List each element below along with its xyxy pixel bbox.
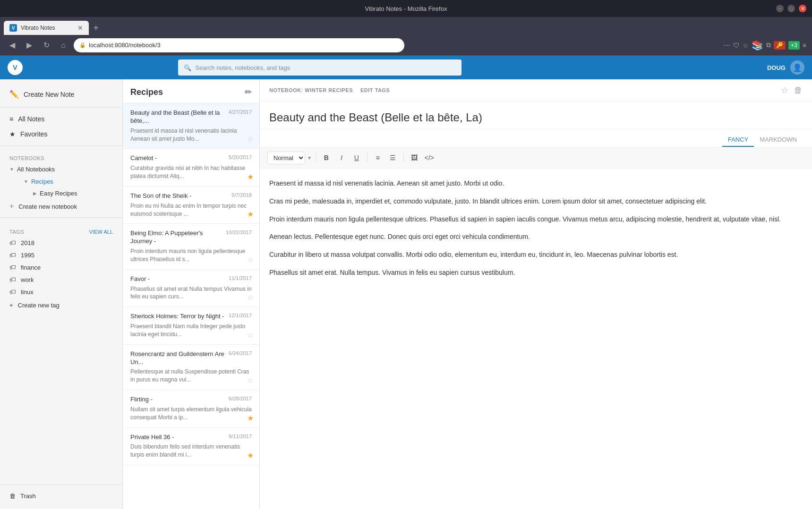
note-item-2[interactable]: The Son of the Sheik - 5/7/2018 Proin eu… [123, 187, 259, 224]
browser-title: Vibrato Notes - Mozilla Firefox [365, 5, 447, 12]
lock-icon: 🔒 [79, 42, 86, 48]
note-title-area: Beauty and the Beast (Belle et la bête, … [260, 102, 812, 129]
note-item-header-1: Camelot - 5/20/2017 [130, 154, 252, 162]
note-main-title[interactable]: Beauty and the Beast (Belle et la bête, … [269, 111, 803, 124]
note-date-4: 11/1/2017 [229, 275, 252, 281]
reload-button[interactable]: ↻ [40, 39, 53, 52]
tag-item-finance[interactable]: 🏷 finance [0, 261, 122, 273]
tab-close-button[interactable]: ✕ [77, 24, 83, 32]
nav-library-icon[interactable]: 📚 [752, 40, 763, 51]
nav-sync-icon[interactable]: ⧉ [766, 41, 771, 49]
delete-note-icon[interactable]: 🗑 [794, 85, 803, 95]
sidebar-divider-4 [0, 484, 122, 485]
editor-actions: ☆ 🗑 [781, 85, 803, 95]
bold-button[interactable]: B [320, 151, 333, 164]
search-icon: 🔍 [184, 64, 191, 71]
tag-item-2018[interactable]: 🏷 2018 [0, 237, 122, 249]
editor-paragraph-4: Curabitur in libero ut massa volutpat co… [269, 249, 803, 261]
editor-content[interactable]: Praesent id massa id nisl venenatis laci… [260, 169, 812, 509]
editor-format-bar: Normal ▼ B I U ≡ ☰ 🖼 </> [260, 147, 812, 169]
browser-window: Vibrato Notes - Mozilla Firefox − □ ✕ V … [0, 0, 812, 509]
new-tab-button[interactable]: + [89, 21, 103, 35]
forward-button[interactable]: ▶ [23, 39, 36, 52]
note-item-6[interactable]: Rosencrantz and Guildenstern Are Un... 6… [123, 345, 259, 390]
search-bar[interactable]: 🔍 Search notes, notebooks, and tags [178, 59, 462, 76]
note-item-0[interactable]: Beauty and the Beast (Belle et la bête,.… [123, 103, 259, 149]
note-star-3[interactable]: ☆ [247, 255, 254, 264]
minimize-button[interactable]: − [776, 5, 784, 12]
close-button[interactable]: ✕ [799, 5, 806, 12]
note-star-8[interactable]: ★ [247, 451, 254, 460]
address-bar[interactable]: 🔒 localhost:8080/notebook/3 [74, 38, 404, 52]
create-notebook-button[interactable]: + Create new notebook [0, 199, 122, 213]
ordered-list-button[interactable]: ≡ [371, 151, 385, 164]
note-preview-5: Praesent blandit Nam nulla Integer pede … [130, 322, 252, 339]
note-item-1[interactable]: Camelot - 5/20/2017 Curabitur gravida ni… [123, 149, 259, 186]
trash-icon: 🗑 [9, 492, 16, 500]
notebook-item-easy-recipes[interactable]: ▶ Easy Recipes [0, 187, 122, 199]
note-star-0[interactable]: ☆ [247, 135, 254, 144]
tag-item-1995[interactable]: 🏷 1995 [0, 249, 122, 261]
code-button[interactable]: </> [423, 151, 436, 164]
note-item-5[interactable]: Sherlock Holmes: Terror by Night - 12/1/… [123, 307, 259, 344]
user-avatar[interactable]: 👤 [790, 60, 804, 75]
sidebar-item-all-notes[interactable]: ≡ All Notes [0, 111, 122, 127]
italic-button[interactable]: I [335, 151, 348, 164]
underline-button[interactable]: U [350, 151, 363, 164]
note-star-6[interactable]: ☆ [247, 376, 254, 385]
note-item-3[interactable]: Being Elmo: A Puppeteer's Journey - 10/2… [123, 224, 259, 269]
notebook-breadcrumb: NOTEBOOK: WINTER RECIPES [269, 87, 353, 93]
note-star-4[interactable]: ☆ [247, 293, 254, 302]
notes-list-header: Recipes ✏ [123, 79, 259, 103]
maximize-button[interactable]: □ [787, 5, 795, 12]
unordered-list-button[interactable]: ☰ [386, 151, 400, 164]
note-item-7[interactable]: Flirting - 6/28/2017 Nullam sit amet tur… [123, 390, 259, 427]
note-item-8[interactable]: Private Hell 36 - 9/11/2017 Duis bibendu… [123, 428, 259, 465]
note-star-7[interactable]: ★ [247, 414, 254, 423]
trash-label: Trash [20, 492, 36, 500]
sidebar: ✏️ Create New Note ≡ All Notes ★ Favorit… [0, 79, 123, 509]
edit-tags-button[interactable]: EDIT TAGS [360, 87, 390, 93]
app: V 🔍 Search notes, notebooks, and tags DO… [0, 56, 812, 509]
note-item-header-5: Sherlock Holmes: Terror by Night - 12/1/… [130, 313, 252, 321]
note-star-5[interactable]: ☆ [247, 331, 254, 339]
sidebar-divider-3 [0, 217, 122, 218]
note-item-4[interactable]: Favor - 11/1/2017 Phasellus sit amet era… [123, 270, 259, 307]
home-button[interactable]: ⌂ [57, 39, 70, 52]
back-button[interactable]: ◀ [6, 39, 19, 52]
trash-button[interactable]: 🗑 Trash [0, 489, 122, 503]
note-star-1[interactable]: ★ [247, 172, 254, 181]
notebook-item-recipes[interactable]: ▼ Recipes [0, 176, 122, 187]
user-name: DOUG [767, 64, 786, 71]
note-star-2[interactable]: ★ [247, 210, 254, 219]
browser-tab[interactable]: V Vibrato Notes ✕ [4, 21, 89, 35]
tag-item-linux[interactable]: 🏷 linux [0, 286, 122, 298]
note-date-6: 6/24/2017 [229, 350, 252, 356]
nav-notifications-icon[interactable]: +3 [788, 41, 800, 50]
note-preview-8: Duis bibendum felis sed interdum venenat… [130, 443, 252, 459]
create-note-button[interactable]: ✏️ Create New Note [0, 85, 122, 103]
create-tag-button[interactable]: + Create new tag [0, 298, 122, 313]
tag-item-work[interactable]: 🏷 work [0, 273, 122, 286]
sidebar-item-favorites[interactable]: ★ Favorites [0, 127, 122, 142]
note-preview-3: Proin interdum mauris non ligula pellent… [130, 247, 252, 263]
nav-bookmark-icon[interactable]: ☆ [743, 42, 749, 49]
chevron-right-icon: ▶ [33, 191, 37, 196]
nav-profile-icon[interactable]: 🔑 [774, 41, 786, 50]
app-body: ✏️ Create New Note ≡ All Notes ★ Favorit… [0, 79, 812, 509]
image-button[interactable]: 🖼 [408, 151, 421, 164]
nav-menu-button[interactable]: ≡ [803, 42, 806, 49]
tab-fancy[interactable]: FANCY [722, 133, 754, 147]
note-title-6: Rosencrantz and Guildenstern Are Un... [130, 350, 225, 366]
chevron-down-icon: ▼ [9, 167, 14, 172]
editor-paragraph-3: Aenean lectus. Pellentesque eget nunc. D… [269, 231, 803, 243]
format-style-select[interactable]: Normal [267, 152, 305, 164]
star-note-icon[interactable]: ☆ [781, 85, 788, 95]
nav-more-button[interactable]: ··· [723, 40, 730, 50]
edit-notebook-icon[interactable]: ✏ [245, 87, 252, 97]
notebook-item-all[interactable]: ▼ All Notebooks [0, 163, 122, 176]
chevron-down-icon-format: ▼ [307, 155, 312, 161]
notes-list: Recipes ✏ Beauty and the Beast (Belle et… [123, 79, 260, 509]
tab-markdown[interactable]: MARKDOWN [754, 133, 803, 147]
view-all-tags-button[interactable]: VIEW ALL [89, 229, 113, 235]
